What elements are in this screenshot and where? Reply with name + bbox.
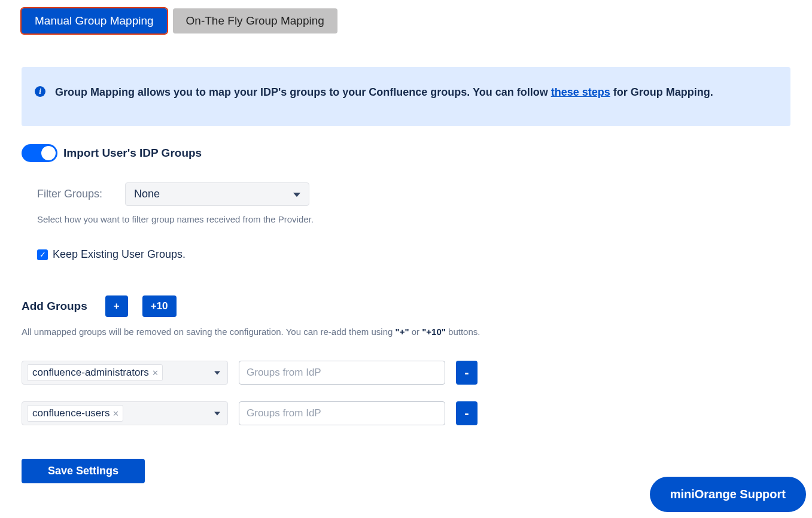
- add-groups-label: Add Groups: [22, 300, 87, 313]
- import-idp-groups-row: Import User's IDP Groups: [22, 144, 790, 162]
- keep-existing-row: ✓ Keep Existing User Groups.: [37, 248, 790, 261]
- info-text-before: Group Mapping allows you to map your IDP…: [55, 86, 551, 98]
- toggle-knob: [41, 146, 56, 160]
- group-tag: confluence-users ✕: [27, 405, 123, 422]
- filter-row: Filter Groups: None: [37, 182, 790, 206]
- idp-groups-input[interactable]: [239, 401, 445, 425]
- remove-tag-icon[interactable]: ✕: [112, 409, 119, 418]
- keep-existing-label: Keep Existing User Groups.: [53, 248, 185, 261]
- filter-groups-select[interactable]: None: [125, 182, 309, 206]
- info-text-after: for Group Mapping.: [610, 86, 713, 98]
- remove-tag-icon[interactable]: ✕: [152, 368, 159, 377]
- info-icon: i: [35, 86, 45, 97]
- group-tag-label: confluence-users: [32, 407, 110, 419]
- import-idp-groups-label: Import User's IDP Groups: [63, 147, 202, 160]
- add-one-group-button[interactable]: +: [105, 295, 128, 317]
- tab-on-the-fly-group-mapping[interactable]: On-The Fly Group Mapping: [173, 8, 337, 33]
- unmapped-text-after: buttons.: [446, 327, 480, 337]
- idp-groups-input[interactable]: [239, 361, 445, 385]
- add-groups-row: Add Groups + +10: [22, 295, 790, 317]
- miniorange-support-button[interactable]: miniOrange Support: [650, 477, 806, 492]
- confluence-group-select[interactable]: confluence-users ✕: [22, 401, 228, 425]
- tab-manual-group-mapping[interactable]: Manual Group Mapping: [22, 8, 167, 33]
- unmapped-text-before: All unmapped groups will be removed on s…: [22, 327, 396, 337]
- import-idp-groups-toggle[interactable]: [22, 144, 57, 162]
- group-tag-label: confluence-administrators: [32, 367, 149, 378]
- save-settings-button[interactable]: Save Settings: [22, 459, 145, 483]
- tabs-container: Manual Group Mapping On-The Fly Group Ma…: [22, 8, 790, 33]
- group-tag: confluence-administrators ✕: [27, 364, 163, 381]
- confluence-group-select[interactable]: confluence-administrators ✕: [22, 361, 228, 385]
- unmapped-text-plus: "+": [396, 327, 409, 337]
- unmapped-text-or: or: [409, 327, 422, 337]
- group-mapping-row: confluence-administrators ✕ -: [22, 361, 790, 385]
- filter-help-text: Select how you want to filter group name…: [37, 214, 790, 224]
- unmapped-help-text: All unmapped groups will be removed on s…: [22, 327, 790, 337]
- remove-row-button[interactable]: -: [456, 401, 478, 425]
- filter-block: Filter Groups: None Select how you want …: [22, 182, 790, 261]
- unmapped-text-plus10: "+10": [422, 327, 446, 337]
- info-text: Group Mapping allows you to map your IDP…: [55, 85, 713, 100]
- keep-existing-checkbox[interactable]: ✓: [37, 249, 48, 260]
- these-steps-link[interactable]: these steps: [551, 86, 610, 98]
- filter-groups-label: Filter Groups:: [37, 188, 102, 200]
- add-ten-groups-button[interactable]: +10: [142, 295, 177, 317]
- group-mapping-row: confluence-users ✕ -: [22, 401, 790, 425]
- remove-row-button[interactable]: -: [456, 361, 478, 385]
- info-banner: i Group Mapping allows you to map your I…: [22, 67, 790, 126]
